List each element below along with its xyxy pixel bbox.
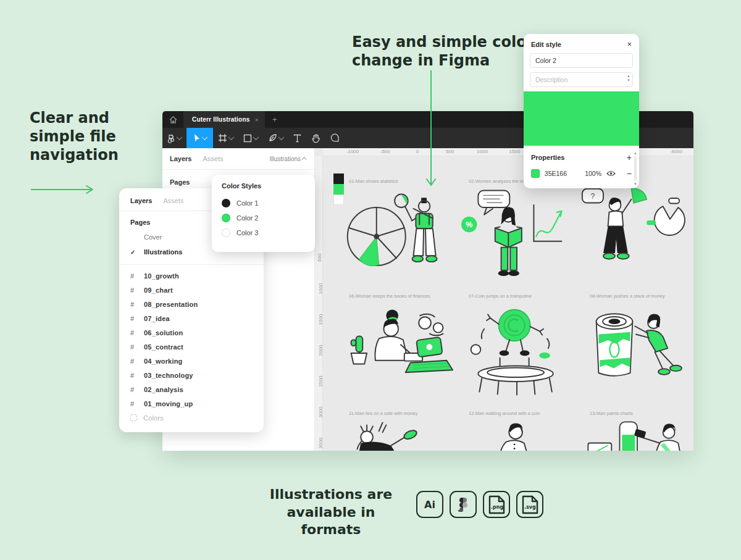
color-dot-white xyxy=(222,228,230,237)
frame-03[interactable]: ? xyxy=(581,178,693,281)
panel-scrollbar[interactable]: ▲▼ xyxy=(633,151,638,186)
canvas[interactable]: -1000-50005001000150040004500 5001000150… xyxy=(315,148,693,451)
eye-icon[interactable] xyxy=(606,170,616,177)
add-property-icon[interactable]: + xyxy=(627,153,632,162)
color-dot-green xyxy=(222,214,230,222)
layer-item[interactable]: #08_presentation xyxy=(119,297,264,311)
tab-assets[interactable]: Assets xyxy=(163,197,183,204)
remove-property-icon[interactable]: − xyxy=(627,169,632,178)
layer-item[interactable]: #04_working xyxy=(119,354,264,368)
format-svg-badge: .svg xyxy=(516,491,543,518)
color-dot-black xyxy=(222,199,230,207)
text-icon xyxy=(293,134,301,143)
opacity-value[interactable]: 100% xyxy=(585,170,601,177)
style-color-swatch[interactable] xyxy=(524,91,639,146)
frame-icon: # xyxy=(130,343,138,351)
format-ai-badge: Ai xyxy=(416,491,443,518)
arrow-down-icon xyxy=(425,69,437,189)
new-tab-icon[interactable]: + xyxy=(272,115,277,124)
style-name-input[interactable] xyxy=(530,53,633,68)
frame-08[interactable]: 08-Woman pushes a stack of money xyxy=(581,293,693,400)
layer-item[interactable]: #05_contract xyxy=(119,340,264,354)
main-menu-button[interactable] xyxy=(162,128,186,148)
frame-13[interactable]: 13-Man paints charts xyxy=(581,411,693,451)
stage: Clear and simple file navigation Easy an… xyxy=(0,0,741,560)
layer-item[interactable]: #03_technology xyxy=(119,368,264,382)
layer-item[interactable]: #01_moving_up xyxy=(119,396,264,411)
color-style-item[interactable]: Color 3 xyxy=(222,225,305,240)
ruler-label: 2000 xyxy=(318,345,323,356)
color-styles-popup: Color Styles Color 1 Color 2 Color 3 xyxy=(212,175,315,252)
layer-item[interactable]: #06_solution xyxy=(119,325,264,340)
comment-tool-button[interactable] xyxy=(325,128,345,148)
vertical-ruler: 500100015002000250030003500 xyxy=(315,156,323,451)
frame-icon: # xyxy=(130,301,138,308)
chevron-down-icon xyxy=(202,134,208,140)
rectangle-icon xyxy=(243,134,252,143)
move-tool-button[interactable] xyxy=(186,128,213,148)
file-tab[interactable]: Cuterr Illustrations × xyxy=(183,111,265,128)
hex-value[interactable]: 35E166 xyxy=(545,170,576,177)
page-selector[interactable]: Illustrations xyxy=(269,156,307,162)
ruler-label: 1500 xyxy=(318,314,323,325)
tab-assets[interactable]: Assets xyxy=(203,155,223,162)
frame-caption: 01-Man shows statistics xyxy=(349,178,455,184)
edit-style-header: Edit style × xyxy=(524,34,639,53)
frame-caption: 06-Woman keeps the books of finances xyxy=(349,293,455,299)
frame-icon: # xyxy=(130,357,138,365)
frame-06[interactable]: 06-Woman keeps the books of finances xyxy=(340,293,455,400)
frame-icon: # xyxy=(130,400,138,407)
footer-line: available in formats xyxy=(259,504,403,539)
illustration-man-walking xyxy=(460,419,575,451)
ruler-label: 2500 xyxy=(318,376,323,387)
frame-tool-button[interactable] xyxy=(213,128,238,148)
ruler-label: 0 xyxy=(416,149,419,154)
divider xyxy=(119,264,264,265)
color-property-row[interactable]: 35E166 100% − xyxy=(524,166,639,181)
cursor-icon xyxy=(193,133,201,143)
text-tool-button[interactable] xyxy=(288,128,306,148)
hand-icon xyxy=(311,133,320,143)
tab-layers[interactable]: Layers xyxy=(130,197,152,204)
stepper-arrows-icon[interactable]: ▲▼ xyxy=(627,74,630,82)
svg-text:.svg: .svg xyxy=(524,504,536,510)
arrow-right-icon xyxy=(30,184,99,195)
ruler-label: 1000 xyxy=(318,283,323,295)
close-icon[interactable]: × xyxy=(627,40,632,48)
frame-02[interactable]: 02-Women analyzes the data % xyxy=(460,178,575,286)
footer-caption: Illustrations are available in formats xyxy=(259,486,403,539)
frame-12[interactable]: 12-Man walking around with a coin xyxy=(460,411,575,451)
frame-11[interactable]: 11-Man lies on a safe with money xyxy=(340,411,455,451)
style-description-input[interactable] xyxy=(530,72,633,87)
layer-item[interactable]: #10_growth xyxy=(119,269,264,283)
shape-tool-button[interactable] xyxy=(238,128,263,148)
layer-item-colors[interactable]: Colors xyxy=(119,411,264,425)
chevron-down-icon xyxy=(253,134,259,140)
hand-tool-button[interactable] xyxy=(306,128,325,148)
layer-item[interactable]: #07_idea xyxy=(119,311,264,325)
color-style-item[interactable]: Color 2 xyxy=(222,211,305,225)
ruler-label: -1000 xyxy=(346,149,359,154)
sidebar-header: Layers Assets Illustrations xyxy=(162,148,314,170)
frame-icon: # xyxy=(130,286,138,294)
home-button[interactable] xyxy=(162,111,183,128)
pen-tool-button[interactable] xyxy=(263,128,288,148)
layer-item[interactable]: #09_chart xyxy=(119,283,264,297)
description-wrap: ▲▼ xyxy=(524,72,639,87)
tab-layers[interactable]: Layers xyxy=(170,155,191,162)
comment-icon xyxy=(330,133,340,143)
illustration-man-paints xyxy=(581,419,692,451)
frame-caption: 07-Coin jumps on a trampoline xyxy=(469,293,575,299)
color-chip xyxy=(531,169,540,178)
frame-caption: 12-Man walking around with a coin xyxy=(469,411,575,416)
frame-icon: # xyxy=(130,372,138,379)
illustration-woman-pushes-money xyxy=(581,301,692,400)
illustration-woman-bookkeeping xyxy=(340,301,455,400)
tab-close-icon[interactable]: × xyxy=(254,116,258,123)
frame-01[interactable]: 01-Man shows statistics xyxy=(340,178,455,286)
ruler-label: 3000 xyxy=(318,407,323,418)
frame-07[interactable]: 07-Coin jumps on a trampoline xyxy=(460,293,575,400)
canvas-area[interactable]: 01-Man shows statistics xyxy=(323,156,693,451)
color-style-item[interactable]: Color 1 xyxy=(222,196,305,211)
layer-item[interactable]: #02_analysis xyxy=(119,382,264,396)
